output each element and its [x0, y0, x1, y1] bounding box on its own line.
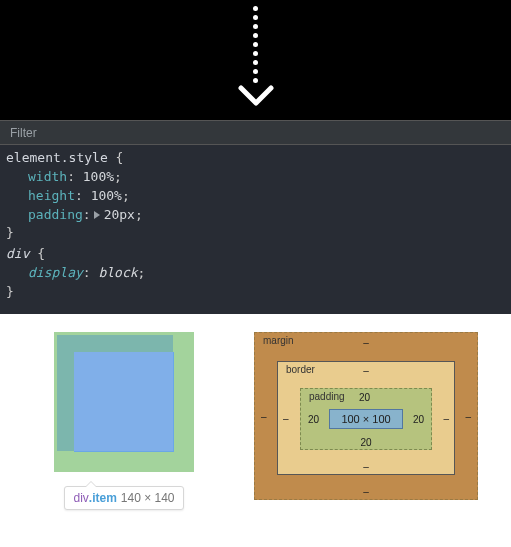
margin-bottom-value: – — [363, 486, 369, 497]
border-left-value: – — [283, 412, 289, 423]
margin-label: margin — [263, 335, 294, 346]
tooltip-tag: div — [73, 491, 88, 505]
filter-bar — [0, 120, 511, 145]
box-model-border[interactable]: border – – – – padding 20 20 20 20 100 ×… — [277, 361, 455, 475]
tooltip-class: .item — [89, 491, 117, 505]
border-label: border — [286, 364, 315, 375]
border-top-value: – — [363, 365, 369, 376]
box-model-padding[interactable]: padding 20 20 20 20 100 × 100 — [300, 388, 432, 450]
margin-top-value: – — [363, 337, 369, 348]
css-rule[interactable]: element.style { width: 100%; height: 100… — [6, 149, 505, 243]
css-value: block — [98, 265, 137, 280]
bottom-panel: div.item140 × 140 margin – – – – border … — [0, 314, 511, 510]
border-bottom-value: – — [363, 461, 369, 472]
filter-input[interactable] — [8, 125, 503, 141]
box-model-diagram[interactable]: margin – – – – border – – – – padding 20… — [254, 332, 478, 500]
css-value: 20px — [104, 207, 135, 222]
arrow-down-icon — [236, 0, 276, 111]
css-prop: padding — [28, 207, 83, 222]
padding-top-value: 20 — [359, 392, 370, 403]
box-model-content[interactable]: 100 × 100 — [329, 409, 403, 429]
box-model-margin[interactable]: margin – – – – border – – – – padding 20… — [254, 332, 478, 500]
css-prop: height — [28, 188, 75, 203]
css-selector: div — [6, 246, 29, 261]
css-declaration[interactable]: height: 100%; — [6, 187, 505, 206]
css-declaration[interactable]: width: 100%; — [6, 168, 505, 187]
css-prop: width — [28, 169, 67, 184]
css-prop: display — [28, 265, 83, 280]
padding-left-value: 20 — [308, 413, 319, 424]
margin-right-value: – — [465, 410, 471, 421]
css-rule[interactable]: div { display: block; } — [6, 245, 505, 302]
css-value: 100% — [83, 169, 114, 184]
tooltip-dims: 140 × 140 — [121, 491, 175, 505]
css-declaration[interactable]: display: block; — [6, 264, 505, 283]
css-declaration[interactable]: padding:20px; — [6, 206, 505, 225]
padding-right-value: 20 — [413, 413, 424, 424]
element-tooltip: div.item140 × 140 — [64, 486, 183, 510]
styles-pane: element.style { width: 100%; height: 100… — [0, 145, 511, 314]
element-preview — [54, 332, 194, 472]
css-value: 100% — [91, 188, 122, 203]
margin-left-value: – — [261, 410, 267, 421]
padding-label: padding — [309, 391, 345, 402]
border-right-value: – — [443, 412, 449, 423]
css-selector: element.style — [6, 150, 108, 165]
diagram-area — [0, 0, 511, 120]
padding-bottom-value: 20 — [360, 437, 371, 448]
expand-triangle-icon[interactable] — [94, 211, 100, 219]
